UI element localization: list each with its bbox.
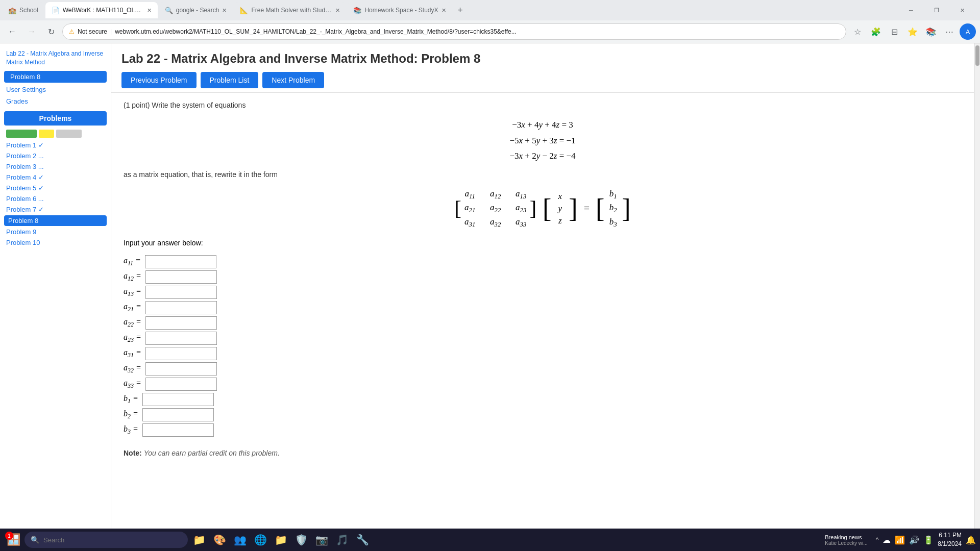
note-label: Note: [124, 449, 142, 457]
back-button[interactable]: ← [4, 23, 20, 40]
field-a33[interactable] [145, 378, 217, 391]
problem-item-7[interactable]: Problem 7 ✓ [0, 204, 111, 215]
sidebar-current-problem[interactable]: Problem 8 [4, 71, 107, 83]
tab-google-close[interactable]: ✕ [222, 7, 227, 14]
problem-item-5[interactable]: Problem 5 ✓ [0, 183, 111, 193]
browser-chrome: 🏫 School 📄 WeBWorK : MATH110_OL_SUM... ✕… [0, 0, 980, 43]
scroll-thumb[interactable] [975, 45, 979, 66]
tab-webwork-close[interactable]: ✕ [147, 7, 152, 14]
main-content: Lab 22 - Matrix Algebra and Inverse Matr… [111, 43, 974, 529]
taskbar-clock[interactable]: 6:11 PM 8/1/2024 [938, 531, 962, 548]
problem-item-6[interactable]: Problem 6 ... [0, 193, 111, 204]
field-a12[interactable] [145, 270, 217, 284]
tab-studyx-math-close[interactable]: ✕ [335, 7, 340, 14]
tab-google[interactable]: 🔍 google - Search ✕ [159, 2, 233, 18]
tray-wifi-icon[interactable]: 📶 [895, 535, 905, 545]
photos-icon: 🎨 [213, 534, 226, 546]
split-view-button[interactable]: ⊟ [886, 23, 902, 40]
next-problem-button[interactable]: Next Problem [262, 72, 324, 88]
tab-studyx-math[interactable]: 📐 Free Math Solver with StudyX M... ✕ [234, 2, 346, 18]
problem-item-4[interactable]: Problem 4 ✓ [0, 172, 111, 183]
cell-b1: b1 [605, 189, 621, 201]
sidebar-breadcrumb[interactable]: Lab 22 - Matrix Algebra and Inverse Matr… [0, 47, 111, 69]
problem-item-9[interactable]: Problem 9 [0, 227, 111, 237]
progress-gray [56, 130, 82, 138]
equation-2: −5x + 5y + 3z = −1 [124, 133, 962, 149]
problem-area: (1 point) Write the system of equations … [111, 93, 974, 465]
tab-webwork[interactable]: 📄 WeBWorK : MATH110_OL_SUM... ✕ [45, 2, 158, 18]
taskbar-news[interactable]: Breaking news Katie Ledecky wi... [825, 534, 867, 546]
shield-icon: 🛡️ [295, 534, 308, 546]
tab-school[interactable]: 🏫 School [2, 2, 44, 18]
collections-button[interactable]: 📚 [923, 23, 939, 40]
tray-volume-icon[interactable]: 🔊 [909, 535, 919, 545]
minimize-button[interactable]: ─ [899, 2, 923, 18]
field-b2[interactable] [142, 408, 214, 421]
extensions-button[interactable]: 🧩 [868, 23, 884, 40]
url-text: webwork.utm.edu/webwork2/MATH110_OL_SUM_… [115, 28, 840, 35]
cell-a22: a22 [488, 203, 503, 214]
tray-notification-icon[interactable]: 🔔 [966, 535, 976, 545]
field-a23[interactable] [145, 332, 217, 345]
problem-list-button[interactable]: Problem List [201, 72, 259, 88]
taskbar-music-icon[interactable]: 🎵 [333, 531, 351, 549]
profile-button[interactable]: A [960, 23, 976, 40]
matrix-A-row2: a21 a22 a23 [462, 203, 529, 214]
field-a21[interactable] [145, 301, 217, 314]
address-bar[interactable]: ⚠ Not secure | webwork.utm.edu/webwork2/… [62, 23, 846, 40]
file-explorer-icon: 📁 [275, 534, 287, 546]
sidebar-grades[interactable]: Grades [0, 95, 111, 107]
scrollbar[interactable] [974, 43, 980, 529]
taskbar-shield-icon[interactable]: 🛡️ [292, 531, 310, 549]
vector-b: [ b1 b2 b3 ] [596, 189, 631, 229]
taskbar-folders-icon[interactable]: 📁 [190, 531, 208, 549]
field-b1[interactable] [142, 393, 214, 406]
taskbar-edge-icon[interactable]: 🌐 [251, 531, 270, 549]
sidebar-user-settings[interactable]: User Settings [0, 84, 111, 95]
previous-problem-button[interactable]: Previous Problem [121, 72, 197, 88]
label-a32: a32 = [124, 363, 141, 374]
field-a31[interactable] [145, 347, 217, 360]
label-b1: b1 = [124, 394, 138, 405]
restore-button[interactable]: ❐ [925, 2, 948, 18]
edge-icon: 🌐 [254, 534, 267, 546]
label-a31: a31 = [124, 348, 141, 359]
taskbar-camera-icon[interactable]: 📷 [312, 531, 331, 549]
field-a11[interactable] [145, 255, 216, 268]
taskbar-file-explorer-icon[interactable]: 📁 [272, 531, 290, 549]
field-a32[interactable] [145, 362, 217, 375]
taskbar-search-bar[interactable]: 🔍 [24, 532, 188, 548]
field-a13[interactable] [145, 286, 217, 299]
label-a23: a23 = [124, 333, 141, 344]
tray-expand-icon[interactable]: ^ [876, 536, 879, 543]
progress-bar [0, 128, 111, 140]
forward-button[interactable]: → [23, 23, 40, 40]
problem-item-2[interactable]: Problem 2 ... [0, 151, 111, 161]
cell-a11: a11 [462, 189, 478, 201]
more-tools-button[interactable]: ⋯ [941, 23, 958, 40]
new-tab-button[interactable]: + [453, 3, 468, 17]
problem-item-10[interactable]: Problem 10 [0, 237, 111, 248]
taskbar-teams-icon[interactable]: 👥 [231, 531, 249, 549]
taskbar-photos-icon[interactable]: 🎨 [210, 531, 229, 549]
vector-b-cells: b1 b2 b3 [605, 189, 621, 229]
taskbar-search-input[interactable] [43, 536, 182, 544]
windows-start-button[interactable]: 1 🪟 [4, 531, 22, 549]
field-b3[interactable] [142, 423, 214, 437]
tray-battery-icon[interactable]: 🔋 [923, 535, 934, 545]
bookmark-star-button[interactable]: ☆ [849, 23, 866, 40]
input-row-b3: b3 = [124, 423, 962, 437]
field-a22[interactable] [145, 316, 217, 330]
problem-item-1[interactable]: Problem 1 ✓ [0, 140, 111, 151]
tray-cloud-icon[interactable]: ☁ [883, 535, 891, 545]
reload-button[interactable]: ↻ [43, 23, 59, 40]
page-header: Lab 22 - Matrix Algebra and Inverse Matr… [111, 43, 974, 93]
problem-item-8[interactable]: Problem 8 [4, 215, 107, 226]
favorites-button[interactable]: ⭐ [904, 23, 921, 40]
problem-item-3[interactable]: Problem 3 ... [0, 161, 111, 172]
tab-homework[interactable]: 📚 Homework Space - StudyX ✕ [347, 2, 452, 18]
taskbar-tools-icon[interactable]: 🔧 [353, 531, 372, 549]
tab-homework-close[interactable]: ✕ [442, 7, 446, 14]
close-button[interactable]: ✕ [950, 2, 974, 18]
toolbar-icons: ☆ 🧩 ⊟ ⭐ 📚 ⋯ A [849, 23, 976, 40]
